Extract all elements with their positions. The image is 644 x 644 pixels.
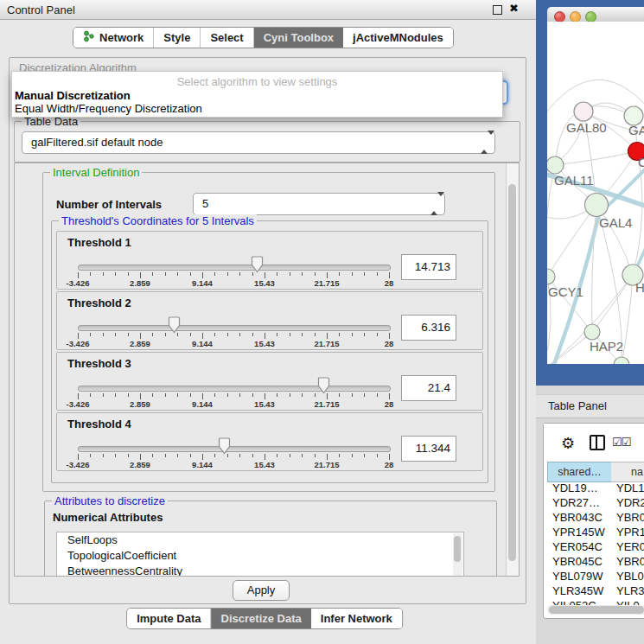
- slider-tick-label: -3.426: [52, 278, 104, 288]
- threshold-label: Threshold 1: [67, 236, 131, 249]
- network-node[interactable]: [547, 269, 555, 284]
- column-header-shared[interactable]: shared…: [547, 462, 612, 482]
- slider-tick: [352, 393, 353, 397]
- slider-tick: [265, 393, 265, 399]
- bottom-tab-discretize-data[interactable]: Discretize Data: [212, 609, 311, 628]
- network-node[interactable]: [585, 194, 609, 217]
- list-scrollbar[interactable]: [453, 533, 462, 577]
- cell-name: YBR0: [616, 511, 644, 524]
- slider-tick: [252, 454, 253, 457]
- attribute-list-item[interactable]: TopologicalCoefficient: [57, 548, 463, 564]
- slider-tick-label: 15.43: [239, 460, 290, 469]
- table-row[interactable]: YDR27…YDR2: [547, 495, 644, 510]
- apply-button[interactable]: Apply: [233, 580, 290, 601]
- column-header-name[interactable]: na: [611, 462, 644, 482]
- slider-tick: [115, 333, 116, 336]
- slider-tick: [78, 393, 79, 399]
- slider-tick: [364, 454, 365, 457]
- threshold-label: Threshold 4: [67, 418, 131, 430]
- table-row[interactable]: YER054CYER0: [547, 539, 644, 554]
- slider-tick: [389, 393, 390, 399]
- numerical-attributes-list[interactable]: SelfLoopsTopologicalCoefficientBetweenne…: [56, 532, 464, 577]
- slider-tick: [128, 393, 129, 397]
- slider-thumb[interactable]: [168, 316, 181, 334]
- network-edge[interactable]: [555, 106, 634, 165]
- table-row[interactable]: YPR145WYPR1: [547, 525, 644, 539]
- network-edge[interactable]: [547, 205, 596, 277]
- table-data-combobox[interactable]: galFiltered.sif default node: [22, 131, 495, 154]
- network-node[interactable]: [584, 324, 600, 340]
- slider-tick: [352, 454, 353, 457]
- slider-track[interactable]: [78, 265, 391, 271]
- tab-cyni-toolbox[interactable]: Cyni Toolbox: [254, 28, 343, 48]
- network-node[interactable]: [547, 156, 564, 174]
- cell-name: YER0: [616, 540, 644, 553]
- slider-tick-label: 21.715: [301, 339, 353, 348]
- slider-tick: [214, 333, 215, 336]
- slider-track[interactable]: [78, 325, 391, 331]
- panel-vertical-scrollbar[interactable]: [506, 163, 519, 576]
- slider-thumb[interactable]: [218, 437, 231, 455]
- cell-shared-name: YBR043C: [552, 511, 603, 524]
- float-panel-icon[interactable]: [493, 5, 502, 15]
- settings-scroll-panel: Interval Definition Number of Intervals …: [14, 163, 520, 577]
- network-node-label: HAP2: [590, 339, 623, 354]
- attribute-list-item[interactable]: SelfLoops: [57, 532, 463, 548]
- slider-tick-label: 21.715: [301, 460, 353, 469]
- interval-definition-title: Interval Definition: [50, 166, 142, 179]
- threshold-value-field[interactable]: 6.316: [401, 315, 456, 341]
- table-row[interactable]: YBR045CYBR0: [547, 554, 644, 569]
- slider-tick: [290, 454, 290, 457]
- slider-tick: [277, 393, 277, 397]
- network-canvas[interactable]: GAL80GACGAL11GAL4GCY1HHAP2: [547, 22, 644, 364]
- slider-tick: [302, 272, 303, 276]
- table-data-group: Table Data galFiltered.sif default node: [14, 121, 520, 163]
- network-edge[interactable]: [555, 151, 637, 165]
- number-of-intervals-combobox[interactable]: 5: [193, 193, 445, 215]
- threshold-label: Threshold 2: [67, 296, 131, 309]
- close-panel-icon[interactable]: ✖: [509, 2, 519, 15]
- table-row[interactable]: YLR345WYLR3: [547, 583, 644, 598]
- network-node[interactable]: [574, 102, 593, 121]
- threshold-value-field[interactable]: 14.713: [401, 254, 456, 280]
- slider-tick: [352, 272, 353, 276]
- columns-icon[interactable]: [590, 435, 605, 450]
- algorithm-option-equal-width[interactable]: Equal Width/Frequency Discretization: [15, 102, 202, 115]
- slider-tick-label: 2.859: [114, 339, 166, 348]
- gear-icon[interactable]: ⚙: [561, 434, 575, 453]
- slider-tick: [277, 454, 277, 457]
- checkboxes-icon[interactable]: ☑☑: [612, 436, 630, 449]
- tab-network[interactable]: Network: [73, 28, 154, 48]
- threshold-value-field[interactable]: 11.344: [401, 436, 456, 462]
- algorithm-option-manual[interactable]: Manual Discretization: [15, 89, 131, 102]
- slider-tick: [177, 454, 178, 457]
- table-horizontal-scrollbar[interactable]: [547, 605, 644, 615]
- thresholds-group-title: Threshold's Coordinates for 5 Intervals: [59, 214, 257, 227]
- slider-thumb[interactable]: [317, 377, 330, 394]
- network-node[interactable]: [614, 357, 629, 364]
- tab-style[interactable]: Style: [154, 28, 201, 48]
- bottom-tab-impute-data[interactable]: Impute Data: [127, 609, 211, 628]
- algorithm-dropdown-popup: Select algorithm to view settings Manual…: [11, 71, 503, 118]
- table-row[interactable]: YBR043CYBR0: [547, 510, 644, 525]
- threshold-label: Threshold 3: [67, 357, 131, 370]
- attribute-list-item[interactable]: BetweennessCentrality: [57, 564, 463, 577]
- slider-tick: [152, 333, 153, 336]
- threshold-value-field[interactable]: 21.4: [401, 375, 456, 401]
- slider-thumb[interactable]: [251, 256, 264, 273]
- slider-track[interactable]: [78, 386, 391, 392]
- slider-tick: [90, 393, 91, 397]
- slider-tick: [389, 454, 390, 460]
- network-node-label: GAL4: [599, 215, 632, 230]
- tab-select[interactable]: Select: [201, 28, 253, 48]
- table-row[interactable]: YBL079WYBL0: [547, 569, 644, 583]
- bottom-tab-infer-network[interactable]: Infer Network: [311, 609, 402, 628]
- tab-jactivemnodules[interactable]: jActiveMNodules: [343, 28, 453, 48]
- slider-tick: [377, 393, 378, 397]
- cell-shared-name: YPR145W: [552, 526, 605, 539]
- top-tab-bar: NetworkStyleSelectCyni ToolboxjActiveMNo…: [73, 27, 454, 48]
- slider-tick: [265, 272, 265, 278]
- slider-tick-label: 15.43: [239, 399, 290, 409]
- slider-track[interactable]: [78, 446, 391, 452]
- table-row[interactable]: YDL19…YDL1: [547, 481, 644, 495]
